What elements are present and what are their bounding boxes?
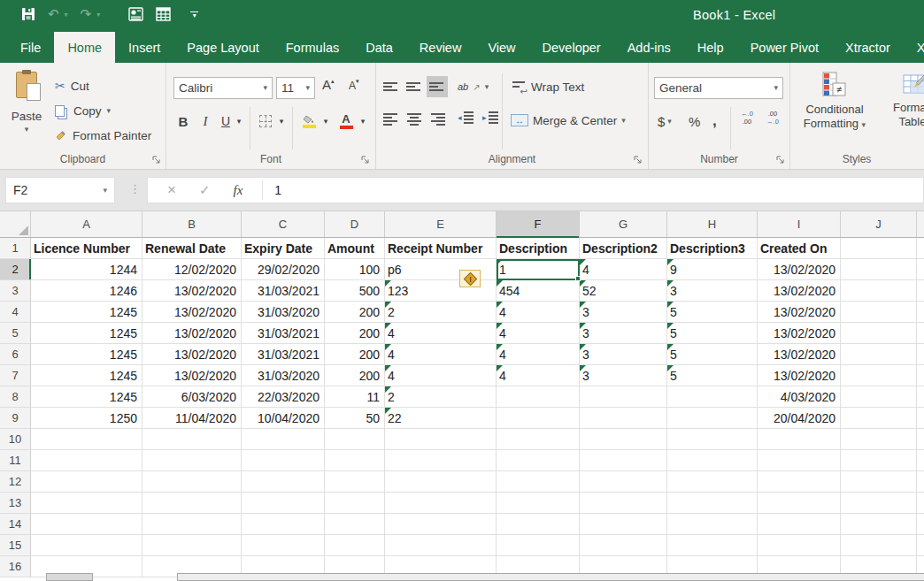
tab-home[interactable]: Home [54, 32, 115, 63]
increase-indent-button[interactable]: ▸ [482, 111, 498, 124]
cell-C12[interactable] [242, 471, 325, 493]
cell-H10[interactable] [667, 429, 758, 450]
row-header-9[interactable]: 9 [0, 408, 31, 429]
copy-button[interactable]: Copy ▾ [55, 100, 111, 121]
cell-A10[interactable] [31, 429, 142, 450]
cell-G12[interactable] [580, 471, 667, 493]
cell-H12[interactable] [667, 471, 758, 493]
cell-B12[interactable] [142, 471, 242, 493]
cell-G10[interactable] [580, 429, 667, 450]
cell-C4[interactable]: 31/03/2020 [242, 302, 325, 323]
cell-H14[interactable] [667, 514, 758, 535]
fill-handle[interactable] [575, 276, 581, 281]
cell-I12[interactable] [758, 471, 841, 493]
cell-C10[interactable] [242, 429, 325, 450]
cell-G4[interactable]: 3 [580, 302, 667, 323]
enter-check-icon[interactable]: ✓ [199, 182, 211, 198]
cell-D2[interactable]: 100 [325, 259, 385, 280]
cell-D13[interactable] [325, 493, 385, 514]
cell-B9[interactable]: 11/04/2020 [142, 408, 242, 429]
cell-A12[interactable] [31, 471, 142, 493]
cell-C15[interactable] [242, 535, 325, 556]
cell-D10[interactable] [325, 429, 385, 450]
cell-F8[interactable] [497, 386, 580, 408]
cell-A2[interactable]: 1244 [31, 259, 142, 280]
chart-page-icon[interactable] [128, 7, 143, 21]
row-header-10[interactable]: 10 [0, 429, 31, 450]
redo-icon[interactable]: ↷ [81, 6, 92, 22]
decrease-decimal-button[interactable]: .00 →.0 [761, 110, 784, 126]
cell-G13[interactable] [580, 493, 667, 514]
name-box[interactable]: F2 ▾ [5, 177, 115, 203]
row-header-15[interactable]: 15 [0, 535, 31, 556]
cell-E12[interactable] [385, 471, 497, 493]
cell-E11[interactable] [385, 450, 497, 471]
fill-color-button[interactable] [299, 109, 319, 134]
row-header-12[interactable]: 12 [0, 471, 31, 493]
cell-H9[interactable] [667, 408, 758, 429]
cell-I10[interactable] [758, 429, 841, 450]
cell-B2[interactable]: 12/02/2020 [142, 259, 242, 280]
cell-B1[interactable]: Renewal Date [142, 238, 242, 259]
tab-add-ins[interactable]: Add-ins [614, 32, 684, 63]
cell-I4[interactable]: 13/02/2020 [758, 302, 841, 323]
cell-A1[interactable]: Licence Number [31, 238, 142, 259]
column-header-F[interactable]: F [497, 211, 580, 237]
cell-G8[interactable] [580, 386, 667, 408]
column-header-D[interactable]: D [325, 211, 385, 237]
cell-C11[interactable] [242, 450, 325, 471]
font-dialog-launcher-icon[interactable] [360, 155, 370, 164]
borders-button[interactable] [257, 109, 274, 134]
column-header-A[interactable]: A [31, 211, 142, 237]
cell-A9[interactable]: 1250 [31, 408, 142, 429]
cell-G7[interactable]: 3 [580, 365, 667, 386]
cell-F13[interactable] [497, 493, 580, 514]
save-icon[interactable] [21, 7, 35, 21]
cell-F9[interactable] [497, 408, 580, 429]
tab-view[interactable]: View [474, 32, 528, 63]
cell-J7[interactable] [841, 365, 917, 386]
cancel-icon[interactable]: × [167, 181, 176, 199]
format-as-table-button[interactable]: Format a Table ▾ [877, 66, 924, 162]
cell-E9[interactable]: 22 [385, 408, 497, 429]
horizontal-scrollbar[interactable] [177, 573, 924, 581]
top-align-icon[interactable] [381, 76, 402, 97]
cell-D11[interactable] [325, 450, 385, 471]
cell-E15[interactable] [385, 535, 497, 556]
cell-I5[interactable]: 13/02/2020 [758, 323, 841, 344]
format-painter-button[interactable]: Format Painter [55, 125, 151, 146]
cell-B7[interactable]: 13/02/2020 [142, 365, 242, 386]
cell-J14[interactable] [841, 514, 917, 535]
wrap-text-button[interactable]: ↩ Wrap Text [512, 76, 584, 97]
cell-D8[interactable]: 11 [325, 386, 385, 408]
increase-decimal-button[interactable]: ←.0 .00 [735, 110, 758, 126]
row-header-14[interactable]: 14 [0, 514, 31, 535]
tab-review[interactable]: Review [406, 32, 475, 63]
insert-function-icon[interactable]: fx [234, 183, 243, 198]
cell-G11[interactable] [580, 450, 667, 471]
cell-I11[interactable] [758, 450, 841, 471]
cell-J12[interactable] [841, 471, 917, 493]
number-dialog-launcher-icon[interactable] [775, 155, 785, 164]
clipboard-dialog-launcher-icon[interactable] [151, 155, 161, 164]
cell-A3[interactable]: 1246 [31, 280, 142, 302]
cell-D9[interactable]: 50 [325, 408, 385, 429]
cell-J3[interactable] [841, 280, 917, 302]
align-right-icon[interactable] [427, 109, 448, 130]
cell-C14[interactable] [242, 514, 325, 535]
middle-align-icon[interactable] [404, 76, 425, 97]
cell-A15[interactable] [31, 535, 142, 556]
cell-A13[interactable] [31, 493, 142, 514]
cell-B11[interactable] [142, 450, 242, 471]
cell-G2[interactable]: 4 [580, 259, 667, 280]
cell-C5[interactable]: 31/03/2021 [242, 323, 325, 344]
cell-F2[interactable]: 1 [497, 259, 580, 280]
select-all-corner[interactable] [0, 211, 31, 237]
cell-H11[interactable] [667, 450, 758, 471]
decrease-font-size-button[interactable]: A▾ [349, 77, 359, 99]
column-header-B[interactable]: B [142, 211, 242, 237]
cell-E6[interactable]: 4 [385, 344, 497, 365]
cell-F6[interactable]: 4 [497, 344, 580, 365]
tab-developer[interactable]: Developer [529, 32, 614, 63]
cell-E10[interactable] [385, 429, 497, 450]
